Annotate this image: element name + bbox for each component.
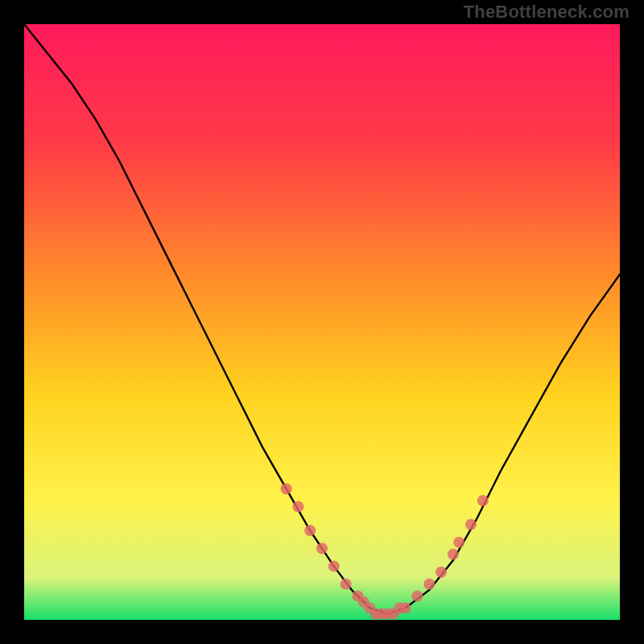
highlight-dot — [453, 537, 464, 548]
watermark-text: TheBottleneck.com — [464, 2, 630, 23]
highlight-dot — [423, 579, 435, 590]
highlight-dot — [304, 525, 316, 536]
highlight-dot — [292, 501, 303, 512]
highlight-dot — [400, 602, 411, 613]
highlight-dot — [281, 483, 292, 494]
highlight-dot — [477, 495, 489, 506]
highlight-dot — [411, 590, 423, 601]
highlight-dot — [465, 519, 477, 530]
highlight-dot — [316, 543, 328, 554]
highlight-dot — [436, 567, 447, 578]
highlight-dot — [448, 549, 459, 560]
plot-background — [24, 24, 620, 620]
highlight-dot — [341, 579, 352, 590]
highlight-dot — [328, 560, 340, 572]
chart-frame: TheBottleneck.com — [0, 0, 644, 644]
bottleneck-curve-chart — [0, 0, 644, 644]
